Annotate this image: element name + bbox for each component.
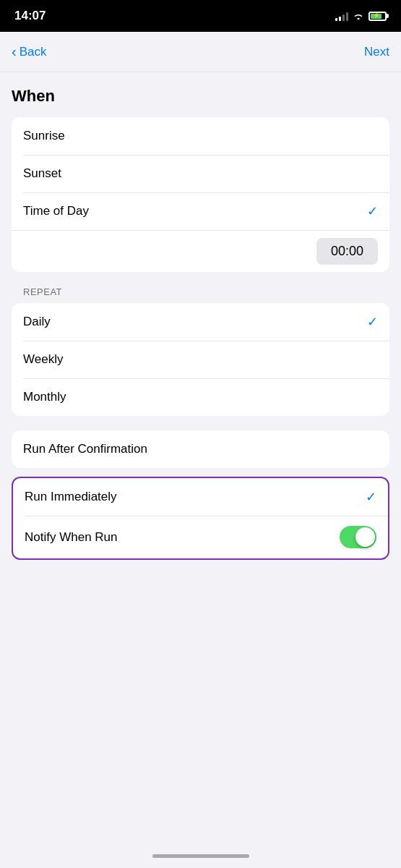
notify-label: Notify When Run — [25, 530, 118, 545]
notify-toggle[interactable] — [340, 526, 376, 548]
run-immediately-label: Run Immediately — [25, 490, 117, 504]
monthly-row[interactable]: Monthly — [12, 378, 389, 416]
status-bar: 14:07 ⚡ — [0, 0, 401, 32]
home-indicator — [0, 843, 401, 868]
scroll-area: When Sunrise Sunset Time of Day ✓ 00:00 … — [0, 72, 401, 843]
repeat-section: REPEAT Daily ✓ Weekly Monthly — [12, 286, 389, 416]
daily-label: Daily — [23, 315, 51, 329]
run-immediately-checkmark: ✓ — [366, 489, 376, 505]
run-immediately-row[interactable]: Run Immediately ✓ — [13, 478, 388, 516]
page-title: When — [12, 87, 389, 106]
signal-icon — [335, 11, 348, 21]
repeat-section-label: REPEAT — [12, 286, 389, 297]
weekly-row[interactable]: Weekly — [12, 341, 389, 378]
status-time: 14:07 — [14, 9, 46, 23]
run-after-label: Run After Confirmation — [23, 442, 147, 456]
run-after-row[interactable]: Run After Confirmation — [12, 430, 389, 468]
notify-when-run-row[interactable]: Notify When Run — [13, 516, 388, 558]
main-content: ‹ Back Next When Sunrise Sunset Time of … — [0, 32, 401, 868]
sunrise-label: Sunrise — [23, 129, 65, 143]
when-card-group: Sunrise Sunset Time of Day ✓ 00:00 — [12, 117, 389, 272]
wifi-icon — [353, 10, 364, 22]
time-display-row: 00:00 — [12, 230, 389, 272]
sunset-label: Sunset — [23, 166, 61, 181]
back-button[interactable]: ‹ Back — [12, 45, 46, 59]
notify-toggle-track[interactable] — [340, 526, 376, 548]
back-chevron-icon: ‹ — [12, 44, 17, 59]
daily-checkmark: ✓ — [367, 314, 378, 330]
status-icons: ⚡ — [335, 10, 387, 22]
home-bar — [152, 854, 249, 858]
time-badge[interactable]: 00:00 — [316, 238, 378, 265]
time-of-day-checkmark: ✓ — [367, 203, 378, 219]
back-label: Back — [20, 45, 47, 59]
time-of-day-row[interactable]: Time of Day ✓ — [12, 192, 389, 230]
sunrise-row[interactable]: Sunrise — [12, 117, 389, 155]
run-after-card: Run After Confirmation — [12, 430, 389, 468]
time-of-day-label: Time of Day — [23, 204, 89, 218]
repeat-card-group: Daily ✓ Weekly Monthly — [12, 303, 389, 416]
next-button[interactable]: Next — [364, 45, 389, 59]
notify-toggle-knob — [355, 527, 375, 547]
run-notify-card-group: Run Immediately ✓ Notify When Run — [12, 477, 389, 560]
weekly-label: Weekly — [23, 352, 63, 367]
battery-icon: ⚡ — [368, 12, 387, 21]
nav-bar: ‹ Back Next — [0, 32, 401, 72]
sunset-row[interactable]: Sunset — [12, 155, 389, 192]
monthly-label: Monthly — [23, 390, 66, 404]
daily-row[interactable]: Daily ✓ — [12, 303, 389, 341]
